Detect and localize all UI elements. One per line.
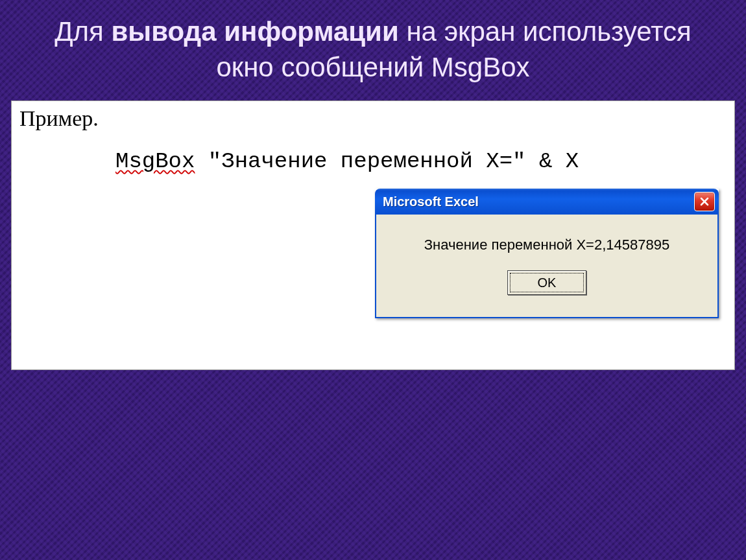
close-button[interactable] <box>694 192 715 211</box>
title-pre: Для <box>54 16 111 47</box>
code-rest: "Значение переменной X=" & X <box>195 149 579 174</box>
msgbox-dialog: Microsoft Excel Значение переменной X=2,… <box>375 189 719 318</box>
dialog-body: Значение переменной X=2,14587895 OK <box>375 215 719 318</box>
title-bold: вывода информации <box>112 16 399 47</box>
example-panel: Пример. MsgBox "Значение переменной X=" … <box>11 100 735 370</box>
example-label: Пример. <box>19 106 99 131</box>
close-icon <box>699 196 710 207</box>
dialog-title: Microsoft Excel <box>383 194 479 209</box>
code-keyword: MsgBox <box>115 149 195 174</box>
slide-title: Для вывода информации на экран используе… <box>0 14 746 100</box>
slide: Для вывода информации на экран используе… <box>0 0 746 560</box>
code-line: MsgBox "Значение переменной X=" & X <box>115 149 579 174</box>
ok-button[interactable]: OK <box>507 270 586 295</box>
dialog-titlebar[interactable]: Microsoft Excel <box>375 189 719 215</box>
ok-label: OK <box>538 275 557 290</box>
dialog-message: Значение переменной X=2,14587895 <box>424 237 669 253</box>
